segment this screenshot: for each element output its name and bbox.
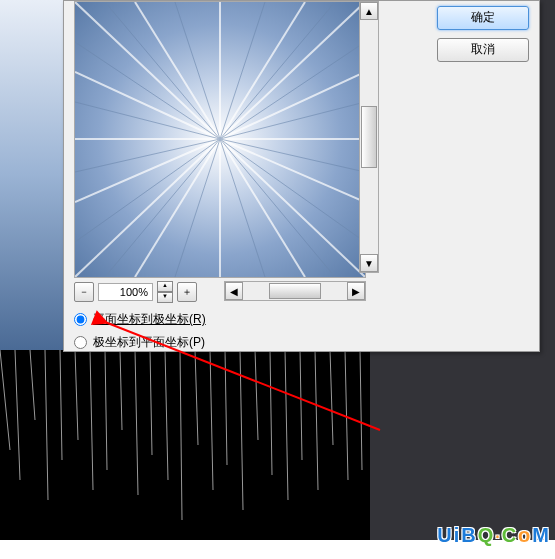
radio-rect-to-polar[interactable]: 平面坐标到极坐标(R) <box>74 311 206 328</box>
scroll-right-icon[interactable]: ▶ <box>347 282 365 300</box>
filter-preview[interactable] <box>74 1 366 278</box>
zoom-spinner[interactable]: ▲ ▼ <box>157 281 173 303</box>
polar-coordinates-dialog: ▲ ▼ － ▲ ▼ ＋ ◀ ▶ 平面坐标到极坐标(R) 极坐标到平面坐标(P) … <box>63 0 540 352</box>
conversion-options: 平面坐标到极坐标(R) 极坐标到平面坐标(P) <box>74 311 206 357</box>
scroll-thumb-vertical[interactable] <box>361 106 377 168</box>
radio-rect-to-polar-label: 平面坐标到极坐标(R) <box>93 311 206 328</box>
radio-polar-to-rect-label: 极坐标到平面坐标(P) <box>93 334 205 351</box>
zoom-level-input[interactable] <box>98 283 153 301</box>
dialog-button-column: 确定 取消 <box>437 6 529 62</box>
preview-vertical-scrollbar[interactable]: ▲ ▼ <box>359 1 379 273</box>
radio-polar-to-rect[interactable]: 极坐标到平面坐标(P) <box>74 334 206 351</box>
watermark: UiBQ.CoM <box>437 524 549 547</box>
scroll-up-icon[interactable]: ▲ <box>360 2 378 20</box>
scroll-left-icon[interactable]: ◀ <box>225 282 243 300</box>
svg-rect-1 <box>0 350 370 540</box>
zoom-controls: － ▲ ▼ ＋ <box>74 281 197 303</box>
cancel-button[interactable]: 取消 <box>437 38 529 62</box>
radio-polar-to-rect-input[interactable] <box>74 336 87 349</box>
preview-horizontal-scrollbar[interactable]: ◀ ▶ <box>224 281 366 301</box>
zoom-out-button[interactable]: － <box>74 282 94 302</box>
scroll-down-icon[interactable]: ▼ <box>360 254 378 272</box>
chevron-down-icon[interactable]: ▼ <box>157 292 173 303</box>
ok-button[interactable]: 确定 <box>437 6 529 30</box>
scroll-thumb-horizontal[interactable] <box>269 283 321 299</box>
zoom-in-button[interactable]: ＋ <box>177 282 197 302</box>
chevron-up-icon[interactable]: ▲ <box>157 281 173 292</box>
radio-rect-to-polar-input[interactable] <box>74 313 87 326</box>
